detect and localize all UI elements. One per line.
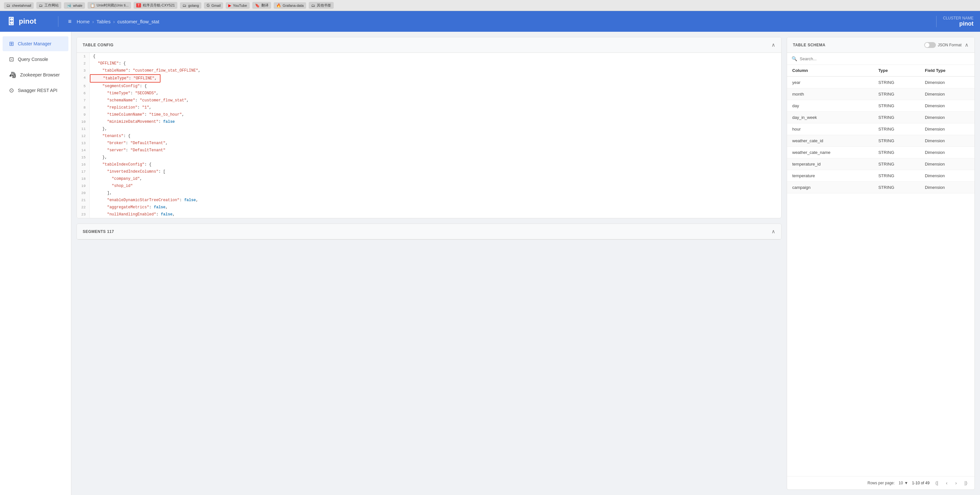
sidebar-item-cluster-manager[interactable]: ⊞ Cluster Manager <box>3 36 68 51</box>
tab-work[interactable]: 🗂 工作网站 <box>36 2 61 9</box>
col-header-type: Type <box>873 65 920 76</box>
cell-type-4: STRING <box>873 112 920 124</box>
cell-name-4: day_in_week <box>787 112 873 124</box>
tab-whale[interactable]: 🐋 whale <box>64 2 85 9</box>
code-line-9: 9 "timeColumnName": "time_to_hour", <box>77 111 781 118</box>
line-number-19: 19 <box>77 182 90 189</box>
logo-icon: 🎛 <box>6 16 16 27</box>
line-number-18: 18 <box>77 175 90 182</box>
line-content-19: "shop_id" <box>90 182 136 189</box>
schema-collapse-btn[interactable]: ∧ <box>965 42 969 48</box>
sidebar-item-cluster-label: Cluster Manager <box>18 41 52 46</box>
breadcrumb-tables[interactable]: Tables <box>97 19 111 24</box>
sidebar-item-zookeeper[interactable]: 🦓 Zookeeper Browser <box>3 67 68 82</box>
line-content-12: "tenants": { <box>90 133 134 140</box>
menu-icon[interactable]: ≡ <box>68 18 72 25</box>
segments-header: SEGMENTS 117 ∧ <box>77 224 781 240</box>
table-row: temperature_idSTRINGDimension <box>787 159 975 170</box>
cell-type-2: STRING <box>873 89 920 100</box>
json-format-toggle[interactable]: JSON Format <box>924 42 961 48</box>
line-content-6: "timeType": "SECONDS", <box>90 90 162 97</box>
line-content-21: "enableDynamicStarTreeCreation": false, <box>90 197 201 204</box>
line-number-21: 21 <box>77 197 90 204</box>
cell-field_type-9: Dimension <box>920 170 975 182</box>
code-line-16: 16 "tableIndexConfig": { <box>77 161 781 168</box>
tab-icon-work: 🗂 <box>39 3 43 8</box>
first-page-btn[interactable]: ⟨| <box>933 480 940 486</box>
line-number-2: 2 <box>77 60 90 67</box>
table-config-collapse-btn[interactable]: ∧ <box>772 42 775 48</box>
cell-field_type-10: Dimension <box>920 182 975 194</box>
rows-per-page-chevron[interactable]: ▼ <box>904 481 908 485</box>
line-content-13: "broker": "DefaultTenant", <box>90 140 171 147</box>
tab-unix[interactable]: 📋 Unix时间戳(Unix ti... <box>88 2 131 9</box>
cell-field_type-7: Dimension <box>920 147 975 159</box>
zookeeper-icon: 🦓 <box>9 71 16 78</box>
cluster-info: CLUSTER NAME pinot <box>936 16 974 27</box>
cell-type-9: STRING <box>873 170 920 182</box>
main-content: TABLE CONFIG ∧ 1{2 "OFFLINE": {3 "tableN… <box>72 32 980 495</box>
tab-icon-whale: 🐋 <box>67 3 72 8</box>
table-row: temperatureSTRINGDimension <box>787 170 975 182</box>
tab-youtube[interactable]: ▶ YouTube <box>226 2 250 9</box>
breadcrumb-home[interactable]: Home <box>77 19 90 24</box>
cluster-name: pinot <box>943 21 974 27</box>
col-header-column: Column <box>787 65 873 76</box>
line-number-15: 15 <box>77 154 90 161</box>
line-content-22: "aggregateMetrics": false, <box>90 204 171 211</box>
cell-type-3: STRING <box>873 100 920 112</box>
code-line-10: 10 "minimizeDataMovement": false <box>77 118 781 125</box>
last-page-btn[interactable]: |⟩ <box>963 480 969 486</box>
col-header-field-type: Field Type <box>920 65 975 76</box>
tab-icon-golang: 🗂 <box>183 3 186 8</box>
line-number-3: 3 <box>77 67 90 74</box>
swagger-icon: ⊙ <box>9 87 14 94</box>
table-row: weather_cate_nameSTRINGDimension <box>787 147 975 159</box>
code-editor: 1{2 "OFFLINE": {3 "tableName": "customer… <box>77 53 781 218</box>
sidebar-item-query-console[interactable]: ⊡ Query Console <box>3 52 68 67</box>
cell-name-6: weather_cate_id <box>787 135 873 147</box>
code-line-17: 17 "invertedIndexColumns": [ <box>77 168 781 175</box>
sidebar-item-swagger[interactable]: ⊙ Swagger REST API <box>3 83 68 98</box>
tab-cheetahmail[interactable]: 🗂 cheetahmail <box>4 2 34 9</box>
search-icon: 🔍 <box>792 56 797 61</box>
tab-translate[interactable]: 🔖 翻译 <box>252 2 271 9</box>
line-content-9: "timeColumnName": "time_to_hour", <box>90 111 188 118</box>
line-number-8: 8 <box>77 104 90 111</box>
tab-gmail[interactable]: G Gmail <box>204 2 223 9</box>
tab-cxy521[interactable]: T 程序员导航-CXY521 <box>134 2 177 9</box>
code-line-21: 21 "enableDynamicStarTreeCreation": fals… <box>77 197 781 204</box>
tab-grafana[interactable]: 🔥 Grafana-data <box>274 2 307 9</box>
tab-icon-grafana: 🔥 <box>276 3 281 8</box>
tab-icon-translate: 🔖 <box>255 3 260 8</box>
next-page-btn[interactable]: › <box>953 480 959 486</box>
sidebar-item-zookeeper-label: Zookeeper Browser <box>20 72 60 78</box>
line-number-22: 22 <box>77 204 90 211</box>
page-range: 1-10 of 49 <box>912 481 929 485</box>
breadcrumb: Home › Tables › customer_flow_stat <box>77 19 159 24</box>
line-content-8: "replication": "1", <box>90 104 155 111</box>
cell-type-5: STRING <box>873 124 920 135</box>
schema-table: Column Type Field Type yearSTRINGDimensi… <box>787 65 975 476</box>
line-number-11: 11 <box>77 125 90 133</box>
code-line-11: 11 }, <box>77 125 781 133</box>
rows-per-page-select[interactable]: 10 ▼ <box>899 481 908 485</box>
line-content-2: "OFFLINE": { <box>90 60 129 67</box>
breadcrumb-sep-1: › <box>92 19 94 24</box>
line-content-7: "schemaName": "customer_flow_stat", <box>90 97 192 104</box>
tab-bookmarks[interactable]: 🗂 其他书签 <box>309 2 334 9</box>
code-line-6: 6 "timeType": "SECONDS", <box>77 90 781 97</box>
prev-page-btn[interactable]: ‹ <box>944 480 950 486</box>
line-content-11: }, <box>90 125 110 133</box>
tab-icon-cheetahmail: 🗂 <box>6 3 10 8</box>
cluster-manager-icon: ⊞ <box>9 40 14 47</box>
cell-type-7: STRING <box>873 147 920 159</box>
segments-collapse-btn[interactable]: ∧ <box>772 228 775 235</box>
toggle-track[interactable] <box>924 42 936 48</box>
tab-golang[interactable]: 🗂 golang <box>180 2 201 9</box>
search-input[interactable] <box>800 56 970 61</box>
table-schema-panel: TABLE SCHEMA JSON Format ∧ 🔍 <box>787 37 975 490</box>
cell-field_type-2: Dimension <box>920 89 975 100</box>
cell-type-10: STRING <box>873 182 920 194</box>
cell-name-3: day <box>787 100 873 112</box>
